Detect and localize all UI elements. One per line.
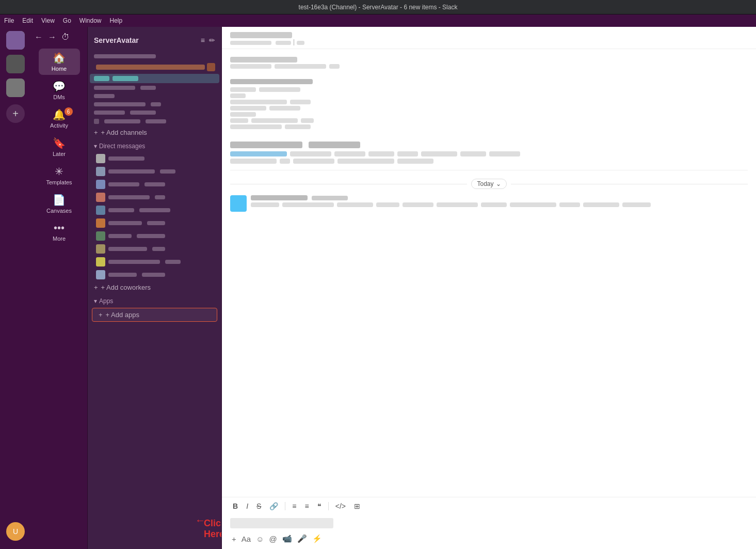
compose-plus-button[interactable]: + bbox=[230, 533, 238, 545]
channel-name-blur-4 bbox=[94, 102, 146, 106]
forward-button[interactable]: → bbox=[46, 31, 58, 43]
today-divider: Today ⌄ bbox=[230, 179, 748, 189]
dm-item-6[interactable] bbox=[90, 217, 219, 229]
sidebar-item-activity-label: Activity bbox=[50, 122, 68, 129]
dm-section-header[interactable]: ▾ Direct messages bbox=[88, 138, 221, 152]
dms-icon: 💬 bbox=[53, 80, 66, 92]
compose-icon[interactable]: ✏ bbox=[209, 36, 215, 44]
menu-window[interactable]: Window bbox=[79, 17, 102, 24]
quote-button[interactable]: ❝ bbox=[315, 500, 324, 512]
menu-view[interactable]: View bbox=[41, 17, 55, 24]
workspace-avatar-2[interactable] bbox=[6, 55, 25, 73]
sidebar-item-canvases[interactable]: 📄 Canvases bbox=[39, 191, 80, 217]
channel-name-blur-6b bbox=[146, 119, 166, 123]
link-button[interactable]: 🔗 bbox=[267, 500, 281, 512]
channel-item-highlighted[interactable] bbox=[90, 61, 219, 73]
messages-area[interactable]: Today ⌄ bbox=[222, 49, 756, 497]
dm-chevron-icon: ▾ bbox=[94, 143, 97, 150]
dm-name-blur-8b bbox=[152, 247, 165, 251]
workspace-name: ServerAvatar bbox=[94, 36, 139, 44]
dm-name-blur-3 bbox=[108, 182, 139, 186]
code-button[interactable]: </> bbox=[333, 500, 348, 512]
dm-item-1[interactable] bbox=[90, 152, 219, 165]
dm-item-2[interactable] bbox=[90, 165, 219, 178]
dm-name-blur-6b bbox=[147, 221, 165, 225]
dm-name-blur-7b bbox=[137, 234, 165, 238]
menu-file[interactable]: File bbox=[4, 17, 14, 24]
add-workspace-button[interactable]: + bbox=[6, 104, 25, 123]
menu-go[interactable]: Go bbox=[63, 17, 71, 24]
workspace-avatar-3[interactable] bbox=[6, 79, 25, 97]
today-badge[interactable]: Today ⌄ bbox=[471, 179, 506, 189]
menu-help[interactable]: Help bbox=[110, 17, 123, 24]
title-bar: test-16e3a (Channel) - ServerAvatar - 6 … bbox=[0, 0, 756, 14]
apps-section-label: Apps bbox=[99, 297, 113, 305]
message-toolbar: B I S 🔗 ≡ ≡ ❝ </> ⊞ bbox=[222, 497, 756, 515]
strikethrough-button[interactable]: S bbox=[254, 500, 264, 512]
history-button[interactable]: ⏱ bbox=[60, 31, 71, 43]
channel-item-blurred-2[interactable] bbox=[88, 84, 221, 91]
bullet-list-button[interactable]: ≡ bbox=[289, 500, 299, 512]
add-apps-button[interactable]: + + Add apps bbox=[92, 308, 217, 322]
bold-button[interactable]: B bbox=[230, 500, 240, 512]
workspace-avatar-1[interactable] bbox=[6, 31, 25, 50]
message-body bbox=[251, 195, 748, 212]
italic-button[interactable]: I bbox=[244, 500, 251, 512]
compose-audio-button[interactable]: 🎤 bbox=[296, 532, 309, 545]
compose-emoji-button[interactable]: ☺ bbox=[254, 533, 265, 545]
channel-item-blurred-5[interactable] bbox=[88, 109, 221, 116]
channel-name-blur-5b bbox=[130, 111, 156, 115]
channel-name-blur-6 bbox=[104, 119, 140, 123]
dm-item-5[interactable] bbox=[90, 204, 219, 216]
channel-name-blur bbox=[94, 54, 156, 58]
dm-item-10[interactable] bbox=[90, 269, 219, 281]
add-apps-label: + Add apps bbox=[106, 311, 139, 319]
dm-item-9[interactable] bbox=[90, 256, 219, 268]
filter-icon[interactable]: ≡ bbox=[201, 36, 205, 44]
sidebar-item-home-label: Home bbox=[52, 66, 67, 72]
canvases-icon: 📄 bbox=[53, 194, 66, 206]
back-button[interactable]: ← bbox=[33, 31, 44, 43]
main-content: | bbox=[222, 27, 756, 549]
compose-area[interactable] bbox=[222, 515, 756, 530]
today-label: Today bbox=[477, 180, 493, 187]
menu-edit[interactable]: Edit bbox=[22, 17, 33, 24]
dm-name-blur-2b bbox=[160, 169, 175, 174]
sidebar-item-templates[interactable]: ✳ Templates bbox=[39, 162, 80, 189]
message-block-2 bbox=[230, 79, 748, 129]
dm-item-8[interactable] bbox=[90, 243, 219, 255]
channel-item-blurred-3[interactable] bbox=[88, 92, 221, 100]
compose-actions-button[interactable]: ⚡ bbox=[311, 532, 324, 545]
compose-mention-button[interactable]: @ bbox=[267, 533, 278, 545]
compose-video-button[interactable]: 📹 bbox=[281, 532, 294, 545]
channel-item-blurred-4[interactable] bbox=[88, 101, 221, 108]
add-coworkers-label: + Add coworkers bbox=[101, 284, 151, 291]
sidebar-item-later[interactable]: 🔖 Later bbox=[39, 134, 80, 160]
user-status-icon[interactable]: U bbox=[6, 522, 25, 541]
sidebar-item-dms[interactable]: 💬 DMs bbox=[39, 77, 80, 103]
channel-item-blurred-6[interactable] bbox=[88, 117, 221, 126]
ordered-list-button[interactable]: ≡ bbox=[302, 500, 312, 512]
sidebar-nav-items: 🏠 Home 💬 DMs 6 🔔 Activity 🔖 Later ✳ Temp… bbox=[31, 46, 87, 245]
channel-item-blurred-1[interactable] bbox=[88, 53, 221, 60]
compose-text-button[interactable]: Aa bbox=[240, 533, 252, 545]
add-coworkers-button[interactable]: + + Add coworkers bbox=[88, 281, 221, 293]
apps-section-header[interactable]: ▾ Apps bbox=[88, 293, 221, 307]
dm-name-blur-2 bbox=[108, 169, 155, 174]
toolbar-divider-2 bbox=[328, 502, 329, 510]
sidebar-item-more[interactable]: ••• More bbox=[39, 219, 80, 245]
add-channels-icon: + bbox=[94, 129, 98, 136]
channel-item-active[interactable] bbox=[90, 74, 219, 83]
dm-item-3[interactable] bbox=[90, 178, 219, 191]
channel-list-actions: ≡ ✏ bbox=[201, 36, 215, 44]
sidebar-item-activity[interactable]: 6 🔔 Activity bbox=[39, 105, 80, 132]
dm-item-7[interactable] bbox=[90, 230, 219, 242]
sidebar-item-canvases-label: Canvases bbox=[46, 208, 72, 214]
dm-item-4[interactable] bbox=[90, 191, 219, 203]
sidebar-item-home[interactable]: 🏠 Home bbox=[39, 49, 80, 75]
add-channels-button[interactable]: + + Add channels bbox=[88, 127, 221, 138]
dm-name-blur-10 bbox=[108, 273, 137, 277]
workflow-button[interactable]: ⊞ bbox=[351, 500, 363, 512]
sidebar-item-templates-label: Templates bbox=[46, 179, 72, 185]
channel-list-header: ServerAvatar ≡ ✏ bbox=[88, 27, 221, 52]
